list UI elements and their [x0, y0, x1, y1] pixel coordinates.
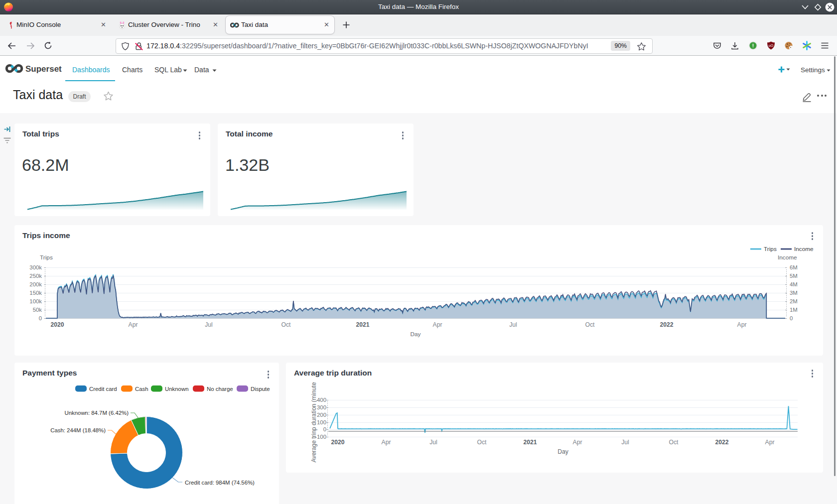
svg-text:250k: 250k: [29, 273, 42, 279]
svg-text:Credit card: Credit card: [89, 386, 117, 392]
svg-text:Apr: Apr: [433, 321, 442, 328]
svg-text:Dispute: Dispute: [251, 386, 270, 392]
svg-text:100k: 100k: [29, 298, 42, 304]
svg-text:Oct: Oct: [281, 321, 291, 328]
svg-text:2021: 2021: [523, 439, 537, 446]
svg-text:Average trinp duration (minute: Average trinp duration (minute: [310, 382, 317, 463]
svg-text:No charge: No charge: [207, 386, 233, 392]
svg-text:5M: 5M: [790, 273, 798, 279]
svg-text:Trips: Trips: [764, 246, 777, 252]
svg-text:Day: Day: [558, 448, 569, 455]
svg-text:Oct: Oct: [477, 439, 487, 446]
svg-text:Jul: Jul: [621, 439, 629, 446]
svg-text:400: 400: [317, 397, 326, 403]
svg-text:4M: 4M: [790, 281, 798, 287]
svg-text:Day: Day: [411, 331, 421, 338]
svg-text:Credit card: 984M (74.56%): Credit card: 984M (74.56%): [185, 480, 255, 486]
svg-text:200: 200: [317, 412, 326, 418]
svg-text:Jul: Jul: [509, 321, 517, 328]
svg-text:200k: 200k: [29, 281, 42, 287]
svg-text:Income: Income: [778, 254, 797, 261]
svg-text:2M: 2M: [790, 298, 798, 304]
svg-text:0: 0: [790, 315, 793, 321]
svg-text:1M: 1M: [790, 307, 798, 313]
svg-text:uO: uO: [769, 44, 774, 47]
svg-text:2021: 2021: [356, 321, 369, 328]
svg-text:300k: 300k: [29, 264, 42, 270]
svg-text:2022: 2022: [715, 439, 728, 446]
svg-text:Oct: Oct: [669, 439, 679, 446]
svg-text:Oct: Oct: [585, 321, 595, 328]
svg-text:Unknown: 84.7M (6.42%): Unknown: 84.7M (6.42%): [64, 410, 129, 416]
svg-text:2022: 2022: [660, 321, 673, 328]
svg-text:Apr: Apr: [129, 321, 138, 328]
svg-text:150k: 150k: [29, 290, 42, 296]
svg-text:Jul: Jul: [429, 439, 437, 446]
svg-text:Apr: Apr: [382, 439, 391, 446]
svg-text:Apr: Apr: [573, 439, 582, 446]
svg-text:Jul: Jul: [205, 321, 213, 328]
svg-text:50k: 50k: [33, 307, 42, 313]
svg-text:6M: 6M: [790, 264, 798, 270]
svg-text:Apr: Apr: [737, 321, 747, 328]
svg-text:3M: 3M: [790, 290, 798, 296]
svg-text:Cash: 244M (18.48%): Cash: 244M (18.48%): [50, 427, 106, 433]
svg-text:2020: 2020: [331, 439, 344, 446]
svg-text:2020: 2020: [50, 321, 64, 328]
svg-text:Income: Income: [794, 246, 814, 252]
svg-text:Unknown: Unknown: [165, 386, 189, 392]
svg-text:Trips: Trips: [40, 254, 53, 261]
svg-text:100: 100: [317, 419, 326, 425]
svg-text:300: 300: [317, 404, 326, 410]
svg-text:0: 0: [39, 315, 42, 321]
svg-text:Apr: Apr: [765, 439, 775, 446]
svg-text:0: 0: [323, 426, 326, 432]
svg-text:Cash: Cash: [135, 386, 148, 392]
